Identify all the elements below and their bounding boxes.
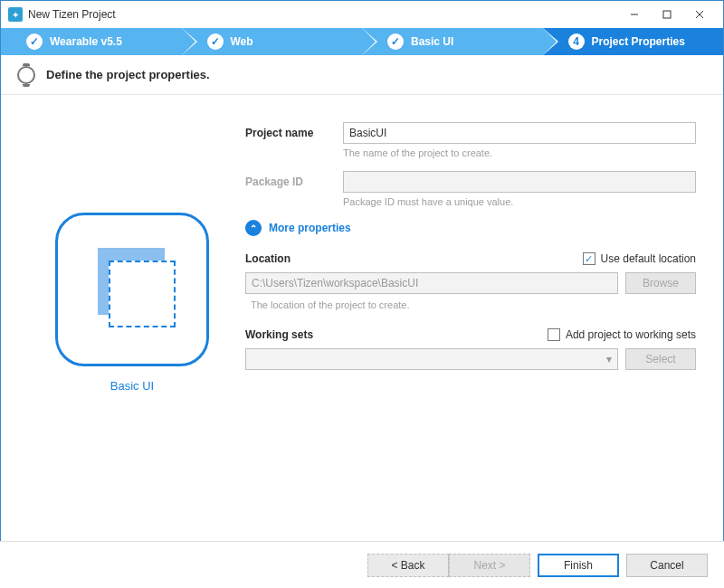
template-thumbnail xyxy=(55,213,209,366)
svg-rect-1 xyxy=(663,11,671,18)
back-button[interactable]: < Back xyxy=(367,554,449,577)
app-icon: ✦ xyxy=(8,7,23,22)
checkbox-icon xyxy=(548,328,560,341)
step-wearable[interactable]: ✓Wearable v5.5 xyxy=(1,28,182,55)
browse-button: Browse xyxy=(625,272,696,294)
step-properties: 4Project Properties xyxy=(543,28,724,55)
project-name-hint: The name of the project to create. xyxy=(343,147,696,158)
step-web[interactable]: ✓Web xyxy=(182,28,363,55)
step-number-icon: 4 xyxy=(568,33,585,50)
check-icon: ✓ xyxy=(26,33,43,50)
location-input xyxy=(245,272,618,294)
close-button[interactable] xyxy=(683,4,716,25)
page-subheader: Define the project properties. xyxy=(1,55,723,95)
location-hint: The location of the project to create. xyxy=(251,299,696,310)
dialog-footer: < Back Next > Finish Cancel xyxy=(0,541,724,588)
checkbox-icon: ✓ xyxy=(583,252,595,265)
location-label: Location xyxy=(245,252,291,265)
working-sets-label: Working sets xyxy=(245,328,313,341)
select-button: Select xyxy=(625,348,696,370)
check-icon: ✓ xyxy=(387,33,404,50)
working-sets-dropdown: ▾ xyxy=(245,348,618,370)
check-icon: ✓ xyxy=(207,33,224,50)
package-id-input xyxy=(343,171,696,193)
project-name-label: Project name xyxy=(245,127,343,139)
project-name-input[interactable] xyxy=(343,122,696,144)
package-id-hint: Package ID must have a unique value. xyxy=(343,196,696,207)
next-button: Next > xyxy=(449,554,530,577)
use-default-location-checkbox[interactable]: ✓ Use default location xyxy=(583,252,696,265)
add-to-working-sets-checkbox[interactable]: Add project to working sets xyxy=(548,328,696,341)
chevron-up-icon: ⌃ xyxy=(245,220,262,236)
titlebar: ✦ New Tizen Project xyxy=(1,1,723,28)
package-id-label: Package ID xyxy=(245,175,343,188)
page-title: Define the project properties. xyxy=(46,68,210,81)
more-properties-toggle[interactable]: ⌃ More properties xyxy=(245,220,696,236)
cancel-button[interactable]: Cancel xyxy=(626,554,708,577)
wizard-stepper: ✓Wearable v5.5 ✓Web ✓Basic UI 4Project P… xyxy=(1,28,723,55)
window-title: New Tizen Project xyxy=(28,8,618,21)
template-label: Basic UI xyxy=(110,379,154,393)
finish-button[interactable]: Finish xyxy=(538,554,619,577)
watch-icon xyxy=(17,66,35,84)
maximize-button[interactable] xyxy=(651,4,683,25)
chevron-down-icon: ▾ xyxy=(606,353,612,365)
minimize-button[interactable] xyxy=(618,4,651,25)
step-basicui[interactable]: ✓Basic UI xyxy=(362,28,543,55)
